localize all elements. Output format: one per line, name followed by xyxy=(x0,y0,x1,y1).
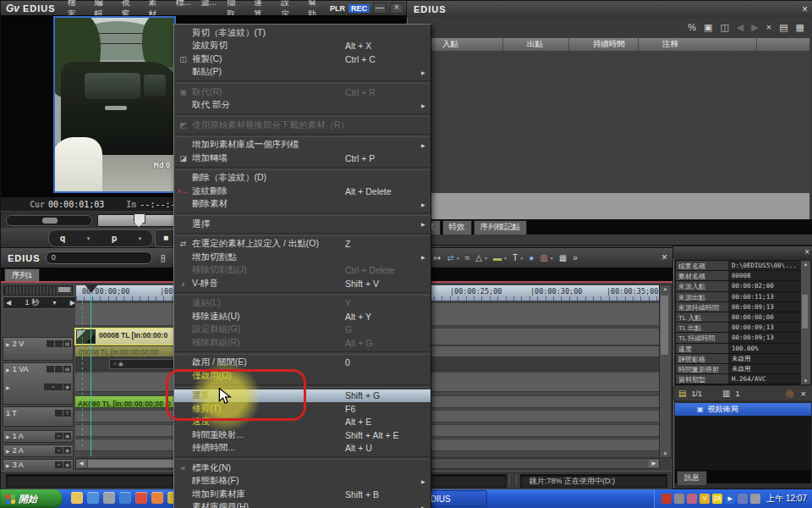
overwrite-mode-icon-caret[interactable]: ▾ xyxy=(457,255,459,261)
timeline-close-button[interactable]: × xyxy=(661,251,667,263)
bin-column-持續時間[interactable]: 持續時間 xyxy=(569,38,639,51)
trim-icon-caret[interactable]: ▾ xyxy=(485,255,487,261)
title-track-icon[interactable]: T xyxy=(63,410,71,417)
context-menu-item-36[interactable]: 持續時間...Alt + U xyxy=(174,442,431,456)
track-header-2a[interactable]: ▶ 2 A ≈◉ xyxy=(3,444,74,457)
title-icon-caret[interactable]: ▾ xyxy=(520,255,523,261)
delete-icon[interactable]: × xyxy=(801,389,806,399)
track-expand-icon[interactable]: ▶ xyxy=(6,462,10,468)
export-icon[interactable]: ▤ xyxy=(779,22,787,33)
context-menu-item-11[interactable]: ◪增加轉場Ctrl + P xyxy=(174,152,431,165)
jog-thumb[interactable] xyxy=(42,218,58,224)
set-in-menu[interactable]: ▾ xyxy=(87,235,91,242)
context-menu-item-1[interactable]: 波紋剪切Alt + X xyxy=(174,40,431,53)
scroll-down-icon[interactable]: ▼ xyxy=(801,378,810,384)
export-icon[interactable]: ▥ xyxy=(540,253,547,262)
bin-close-button[interactable]: × xyxy=(802,3,808,15)
export-icon-caret[interactable]: ▾ xyxy=(551,255,553,261)
properties-scrollbar[interactable]: ▲ ▼ xyxy=(800,260,811,385)
speaker-icon[interactable]: ◉ xyxy=(63,461,71,468)
video-layout-item[interactable]: ▣ 視頻佈局 xyxy=(675,403,811,416)
tray-camera-icon[interactable] xyxy=(674,494,684,504)
scroll-left-icon[interactable]: ◀ xyxy=(76,460,86,467)
context-menu-item-14[interactable]: ×←波紋刪除Alt + Delete xyxy=(174,185,431,198)
timeline-zoom-slider[interactable] xyxy=(3,285,73,295)
track-expand-icon[interactable]: ▶ xyxy=(6,433,10,439)
flag-icon[interactable]: ◫ xyxy=(720,22,728,33)
track-header-1a[interactable]: ▶ 1 A ≈◉ xyxy=(3,430,74,443)
trim-icon[interactable]: △ xyxy=(475,253,482,262)
speaker-icon[interactable]: ◉ xyxy=(63,447,71,454)
more-icon[interactable]: » xyxy=(573,253,578,262)
color-settings-icon[interactable]: ◎ xyxy=(786,388,794,399)
waveform-icon[interactable]: ≈ xyxy=(55,447,63,454)
properties-titlebar[interactable]: × xyxy=(673,246,812,258)
scroll-right-icon[interactable]: ▶ xyxy=(649,460,659,467)
folder-pager-icon[interactable]: ▤ xyxy=(678,389,686,398)
track-header-1va[interactable]: ▶ 1 VA ▤ ▶ ≈◉ xyxy=(3,362,74,405)
speaker-icon[interactable]: ◉ xyxy=(63,433,71,439)
context-menu-item-20[interactable]: 增加切割點▶ xyxy=(174,251,431,264)
sub-expand-icon[interactable]: ▶ xyxy=(6,384,10,390)
context-menu-item-17[interactable]: 選擇▶ xyxy=(174,218,431,231)
tray-recorder-icon[interactable] xyxy=(661,494,672,504)
track-expand-icon[interactable]: ▶ xyxy=(6,448,10,454)
tray-za-icon[interactable]: ZA xyxy=(712,494,722,504)
tray-app-icon[interactable] xyxy=(687,494,697,504)
shield-icon[interactable]: ▣ xyxy=(704,22,712,33)
waveform-icon[interactable]: ≈ xyxy=(55,433,63,439)
pen-icon[interactable] xyxy=(103,492,115,504)
scroll-up-icon[interactable]: ▲ xyxy=(660,286,671,291)
context-menu-item-25[interactable]: 移除連結(U)Alt + Y xyxy=(174,310,431,323)
context-menu-item-40[interactable]: 增加到素材庫Shift + B xyxy=(174,488,431,501)
firefox-icon[interactable] xyxy=(151,492,163,504)
ripple-mode-icon[interactable]: ≈ xyxy=(465,253,470,262)
context-menu-item-19[interactable]: ⇄在選定的素材上設定入 / 出點(O)Z xyxy=(174,238,431,251)
ie-browser-icon[interactable] xyxy=(119,492,131,504)
context-menu-item-13[interactable]: 刪除（非波紋）(D) xyxy=(174,172,431,185)
properties-close-button[interactable]: × xyxy=(804,247,809,257)
track-header-3a[interactable]: ▶ 3 A ≈◉ xyxy=(3,459,74,472)
prev-clip-icon[interactable]: ◀ xyxy=(737,22,743,33)
context-menu-item-3[interactable]: 黏貼(P)▶ xyxy=(174,66,431,80)
track-expand-icon[interactable]: ▶ xyxy=(6,367,10,373)
tray-shield-icon[interactable]: V xyxy=(700,494,710,504)
bin-clip-list[interactable] xyxy=(419,51,809,193)
scale-left-icon[interactable]: ◀ xyxy=(6,299,11,306)
scroll-thumb[interactable] xyxy=(802,295,808,329)
vertical-scrollbar[interactable]: ▲ ▼ xyxy=(659,284,672,458)
context-menu-item-22[interactable]: ♪V-靜音Shift + V xyxy=(174,277,431,290)
transition-icon-caret[interactable]: ▾ xyxy=(504,255,507,261)
context-menu-item-41[interactable]: 素材庫搜尋(H)▶ xyxy=(174,501,431,508)
track-header-1t[interactable]: 1 T T xyxy=(3,406,74,427)
mixer-icon[interactable]: ≈ xyxy=(44,384,63,390)
context-menu-item-0[interactable]: 剪切（非波紋）(T) xyxy=(174,26,431,40)
new-sequence-menu-icon[interactable]: ▾ xyxy=(162,255,165,261)
speaker-icon[interactable]: ◉ xyxy=(63,384,71,390)
recorder-mode-button[interactable]: REC xyxy=(348,4,370,13)
position-marker[interactable] xyxy=(134,213,145,224)
sequence-grid-icon[interactable]: ▦ xyxy=(559,253,567,262)
timescale-dropdown[interactable]: ◀ 1 秒 ▾ ▶ xyxy=(3,296,79,309)
context-menu-item-6[interactable]: 取代 部分▶ xyxy=(174,99,431,113)
sequence-name-field[interactable]: 0 xyxy=(46,251,152,264)
lock-icon[interactable] xyxy=(55,410,63,417)
set-in-button[interactable]: q xyxy=(60,233,66,244)
title-icon[interactable]: T xyxy=(513,253,518,262)
message-tab[interactable]: 訊息 xyxy=(677,471,707,485)
lock-icon[interactable] xyxy=(47,366,54,373)
player-mode-button[interactable]: PLR xyxy=(330,4,345,13)
folder-icon[interactable] xyxy=(71,492,83,504)
minimize-button[interactable]: — xyxy=(373,3,387,14)
chrome-icon[interactable] xyxy=(135,492,147,504)
scroll-thumb[interactable] xyxy=(661,295,668,355)
waveform-icon[interactable]: ≈ xyxy=(55,461,63,468)
scroll-down-icon[interactable]: ▼ xyxy=(660,451,671,456)
voiceover-icon[interactable]: ● xyxy=(529,253,534,262)
scroll-up-icon[interactable]: ▲ xyxy=(801,262,810,267)
track-expand-icon[interactable]: ▶ xyxy=(6,341,10,347)
bin-column-入點[interactable]: 入點 xyxy=(419,38,503,51)
panel-icon[interactable]: ▤ xyxy=(63,366,71,373)
panel-icon[interactable]: ▤ xyxy=(63,340,71,347)
scale-caret-icon[interactable]: ▾ xyxy=(52,299,56,306)
